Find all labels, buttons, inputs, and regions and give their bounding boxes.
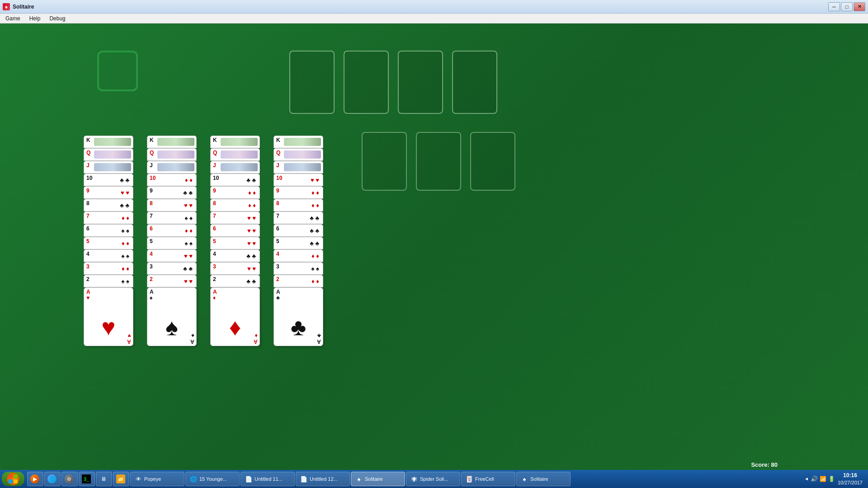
card-10♥[interactable]: 10♥ ♥ bbox=[274, 174, 323, 186]
card-2♠[interactable]: 2♠ ♠ bbox=[84, 275, 133, 287]
window-title: Solitaire bbox=[13, 4, 34, 10]
close-button[interactable]: ✕ bbox=[854, 2, 865, 11]
card-5♦[interactable]: 5♦ ♦ bbox=[84, 237, 133, 249]
card-8♥[interactable]: 8♥ ♥ bbox=[147, 199, 197, 211]
foundation-slot-4[interactable] bbox=[452, 51, 497, 114]
card-5♥[interactable]: 5♥ ♥ bbox=[210, 237, 260, 249]
taskbar-computer[interactable]: 🖥 bbox=[96, 472, 112, 486]
card-9♣[interactable]: 9♣ ♣ bbox=[147, 186, 197, 199]
secondary-slot-1[interactable] bbox=[362, 132, 407, 191]
card-K[interactable]: K bbox=[274, 136, 323, 148]
menu-game[interactable]: Game bbox=[2, 14, 24, 23]
card-8♦[interactable]: 8♦ ♦ bbox=[210, 199, 260, 211]
card-Q[interactable]: Q bbox=[147, 148, 197, 161]
taskbar-terminal[interactable]: $_ bbox=[79, 472, 95, 486]
taskbar-network[interactable]: 🌐 bbox=[44, 472, 61, 486]
card-7♦[interactable]: 7♦ ♦ bbox=[84, 211, 133, 224]
clock[interactable]: 10:16 10/27/2017 bbox=[838, 472, 863, 486]
column-3: KQJ10♣ ♣9♦ ♦8♦ ♦7♥ ♥6♥ ♥5♥ ♥4♣ ♣3♥ ♥2♣ ♣… bbox=[210, 136, 260, 346]
taskbar-app-solitaire2[interactable]: ♠ Solitaire bbox=[516, 472, 571, 486]
card-A♠[interactable]: A ♠♠A ♠ bbox=[147, 287, 197, 346]
card-7♥[interactable]: 7♥ ♥ bbox=[210, 211, 260, 224]
card-J[interactable]: J bbox=[84, 161, 133, 174]
main-columns: KQJ10♣ ♣9♥ ♥8♣ ♣7♦ ♦6♠ ♠5♦ ♦4♠ ♠3♦ ♦2♠ ♠… bbox=[84, 136, 323, 346]
card-A♥[interactable]: A ♥♥A ♥ bbox=[84, 287, 133, 346]
card-6♠[interactable]: 6♠ ♠ bbox=[84, 224, 133, 237]
column-4: KQJ10♥ ♥9♦ ♦8♦ ♦7♣ ♣6♣ ♣5♣ ♣4♦ ♦3♠ ♠2♦ ♦… bbox=[274, 136, 323, 346]
clock-time: 10:16 bbox=[838, 472, 863, 479]
tray-audio[interactable]: 🔊 bbox=[811, 475, 818, 482]
card-2♦[interactable]: 2♦ ♦ bbox=[274, 275, 323, 287]
card-4♠[interactable]: 4♠ ♠ bbox=[84, 249, 133, 262]
card-10♣[interactable]: 10♣ ♣ bbox=[84, 174, 133, 186]
taskbar-app-solitaire[interactable]: ♠ Solitaire bbox=[351, 472, 405, 486]
card-7♣[interactable]: 7♣ ♣ bbox=[274, 211, 323, 224]
card-8♣[interactable]: 8♣ ♣ bbox=[84, 199, 133, 211]
freecell-icon: 🃏 bbox=[465, 475, 473, 483]
start-button[interactable] bbox=[2, 472, 24, 486]
taskbar-folder[interactable]: 📁 bbox=[113, 472, 129, 486]
tray-battery[interactable]: 🔋 bbox=[828, 476, 835, 482]
card-3♥[interactable]: 3♥ ♥ bbox=[210, 262, 260, 275]
tray-arrow[interactable]: ◄ bbox=[804, 476, 809, 481]
secondary-slot-3[interactable] bbox=[470, 132, 515, 191]
card-6♣[interactable]: 6♣ ♣ bbox=[274, 224, 323, 237]
card-6♥[interactable]: 6♥ ♥ bbox=[210, 224, 260, 237]
card-K[interactable]: K bbox=[210, 136, 260, 148]
card-5♣[interactable]: 5♣ ♣ bbox=[274, 237, 323, 249]
card-Q[interactable]: Q bbox=[210, 148, 260, 161]
taskbar-app-untitled12[interactable]: 📄 Untitled 12... bbox=[296, 472, 350, 486]
card-9♦[interactable]: 9♦ ♦ bbox=[274, 186, 323, 199]
stock-pile[interactable] bbox=[97, 51, 138, 91]
menu-help[interactable]: Help bbox=[26, 14, 44, 23]
taskbar-app-untitled11[interactable]: 📄 Untitled 11... bbox=[241, 472, 295, 486]
card-3♣[interactable]: 3♣ ♣ bbox=[147, 262, 197, 275]
taskbar-app-freecell[interactable]: 🃏 FreeCell bbox=[461, 472, 515, 486]
game-area: KQJ10♣ ♣9♥ ♥8♣ ♣7♦ ♦6♠ ♠5♦ ♦4♠ ♠3♦ ♦2♠ ♠… bbox=[0, 23, 868, 470]
menu-debug[interactable]: Debug bbox=[46, 14, 69, 23]
minimize-button[interactable]: ─ bbox=[828, 2, 840, 11]
card-A♣[interactable]: A ♣♣A ♣ bbox=[274, 287, 323, 346]
card-4♥[interactable]: 4♥ ♥ bbox=[147, 249, 197, 262]
card-6♦[interactable]: 6♦ ♦ bbox=[147, 224, 197, 237]
card-5♠[interactable]: 5♠ ♠ bbox=[147, 237, 197, 249]
card-J[interactable]: J bbox=[147, 161, 197, 174]
taskbar-app-ie[interactable]: 🌐 15 Younge... bbox=[185, 472, 240, 486]
svg-rect-1 bbox=[14, 474, 18, 479]
foundation-slot-1[interactable] bbox=[289, 51, 335, 114]
solitaire2-icon: ♠ bbox=[520, 475, 528, 483]
taskbar-app-spider[interactable]: 🕷 Spider Soli... bbox=[406, 472, 460, 486]
card-K[interactable]: K bbox=[147, 136, 197, 148]
card-J[interactable]: J bbox=[274, 161, 323, 174]
card-10♣[interactable]: 10♣ ♣ bbox=[210, 174, 260, 186]
card-3♠[interactable]: 3♠ ♠ bbox=[274, 262, 323, 275]
secondary-area bbox=[362, 132, 515, 191]
taskbar-media-player[interactable]: ▶ bbox=[27, 472, 43, 486]
card-J[interactable]: J bbox=[210, 161, 260, 174]
card-8♦[interactable]: 8♦ ♦ bbox=[274, 199, 323, 211]
card-Q[interactable]: Q bbox=[274, 148, 323, 161]
card-Q[interactable]: Q bbox=[84, 148, 133, 161]
maximize-button[interactable]: □ bbox=[841, 2, 853, 11]
secondary-slot-2[interactable] bbox=[416, 132, 461, 191]
windows-logo bbox=[7, 473, 19, 485]
untitled12-icon: 📄 bbox=[300, 475, 308, 483]
card-7♠[interactable]: 7♠ ♠ bbox=[147, 211, 197, 224]
card-A♦[interactable]: A ♦♦A ♦ bbox=[210, 287, 260, 346]
taskbar-app-popeye[interactable]: 👁 Popeye bbox=[130, 472, 184, 486]
column-1: KQJ10♣ ♣9♥ ♥8♣ ♣7♦ ♦6♠ ♠5♦ ♦4♠ ♠3♦ ♦2♠ ♠… bbox=[84, 136, 133, 346]
foundation-slot-3[interactable] bbox=[398, 51, 443, 114]
card-3♦[interactable]: 3♦ ♦ bbox=[84, 262, 133, 275]
card-9♥[interactable]: 9♥ ♥ bbox=[84, 186, 133, 199]
card-2♥[interactable]: 2♥ ♥ bbox=[147, 275, 197, 287]
card-4♣[interactable]: 4♣ ♣ bbox=[210, 249, 260, 262]
card-9♦[interactable]: 9♦ ♦ bbox=[210, 186, 260, 199]
card-10♦[interactable]: 10♦ ♦ bbox=[147, 174, 197, 186]
card-K[interactable]: K bbox=[84, 136, 133, 148]
card-4♦[interactable]: 4♦ ♦ bbox=[274, 249, 323, 262]
tray-network[interactable]: 📶 bbox=[820, 476, 826, 482]
foundation-area bbox=[289, 51, 497, 114]
foundation-slot-2[interactable] bbox=[344, 51, 389, 114]
taskbar-settings[interactable]: ⚙ bbox=[61, 472, 78, 486]
card-2♣[interactable]: 2♣ ♣ bbox=[210, 275, 260, 287]
